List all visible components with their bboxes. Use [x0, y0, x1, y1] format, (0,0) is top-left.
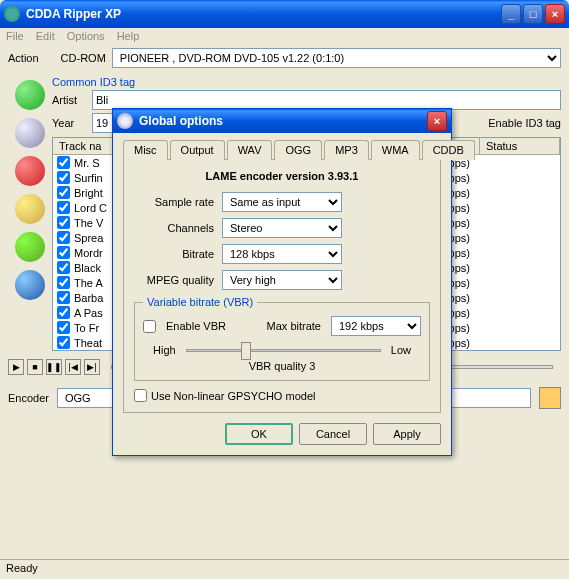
track-checkbox[interactable]	[57, 276, 70, 289]
bitrate-select[interactable]: 128 kbps	[222, 244, 342, 264]
app-icon	[4, 6, 20, 22]
menu-edit[interactable]: Edit	[36, 30, 55, 42]
menubar: File Edit Options Help	[0, 28, 569, 44]
track-checkbox[interactable]	[57, 336, 70, 349]
apply-button[interactable]: Apply	[373, 423, 441, 445]
year-label: Year	[52, 117, 86, 129]
vbr-legend: Variable bitrate (VBR)	[143, 296, 257, 308]
enable-vbr-label: Enable VBR	[166, 320, 226, 332]
statusbar: Ready	[0, 559, 569, 579]
prev-button[interactable]: |◀	[65, 359, 81, 375]
global-options-dialog: Global options × Misc Output WAV OGG MP3…	[112, 108, 452, 456]
globe-icon	[117, 113, 133, 129]
track-checkbox[interactable]	[57, 321, 70, 334]
mpeg-quality-label: MPEG quality	[134, 274, 214, 286]
max-bitrate-label: Max bitrate	[267, 320, 321, 332]
window-title: CDDA Ripper XP	[26, 7, 499, 21]
download-icon[interactable]	[15, 232, 45, 262]
artist-label: Artist	[52, 94, 86, 106]
track-checkbox[interactable]	[57, 261, 70, 274]
menu-help[interactable]: Help	[117, 30, 140, 42]
play-button[interactable]: ▶	[8, 359, 24, 375]
track-checkbox[interactable]	[57, 216, 70, 229]
tab-ogg[interactable]: OGG	[274, 140, 322, 160]
col-status[interactable]: Status	[480, 138, 560, 154]
action-label: Action	[8, 52, 39, 64]
track-checkbox[interactable]	[57, 231, 70, 244]
encoder-header: LAME encoder version 3.93.1	[134, 170, 430, 182]
dialog-close-button[interactable]: ×	[427, 111, 447, 131]
minimize-button[interactable]: _	[501, 4, 521, 24]
vbr-high-label: High	[153, 344, 176, 356]
next-button[interactable]: ▶|	[84, 359, 100, 375]
sample-rate-select[interactable]: Same as input	[222, 192, 342, 212]
track-checkbox[interactable]	[57, 306, 70, 319]
browse-folder-button[interactable]	[539, 387, 561, 409]
tab-misc[interactable]: Misc	[123, 140, 168, 160]
status-text: Ready	[6, 562, 38, 574]
enable-id3-label: Enable ID3 tag	[488, 117, 561, 129]
gpsycho-checkbox[interactable]	[134, 389, 147, 402]
id3-section-label: Common ID3 tag	[52, 76, 561, 88]
track-checkbox[interactable]	[57, 201, 70, 214]
close-button[interactable]: ×	[545, 4, 565, 24]
vbr-quality-slider[interactable]	[186, 349, 381, 352]
track-checkbox[interactable]	[57, 186, 70, 199]
mpeg-quality-select[interactable]: Very high	[222, 270, 342, 290]
sample-rate-label: Sample rate	[134, 196, 214, 208]
cdrom-label: CD-ROM	[61, 52, 106, 64]
vbr-fieldset: Variable bitrate (VBR) Enable VBR Max bi…	[134, 296, 430, 381]
ok-button[interactable]: OK	[225, 423, 293, 445]
tab-output[interactable]: Output	[170, 140, 225, 160]
track-checkbox[interactable]	[57, 156, 70, 169]
pause-button[interactable]: ❚❚	[46, 359, 62, 375]
encoder-label: Encoder	[8, 392, 49, 404]
edit-icon[interactable]	[15, 194, 45, 224]
track-checkbox[interactable]	[57, 291, 70, 304]
vbr-quality-value: VBR quality 3	[143, 360, 421, 372]
stop-icon[interactable]	[15, 156, 45, 186]
main-titlebar: CDDA Ripper XP _ □ ×	[0, 0, 569, 28]
gpsycho-label: Use Non-linear GPSYCHO model	[151, 390, 315, 402]
dialog-tabs: Misc Output WAV OGG MP3 WMA CDDB	[123, 139, 441, 160]
track-checkbox[interactable]	[57, 246, 70, 259]
cdrom-select[interactable]: PIONEER , DVD-ROM DVD-105 v1.22 (0:1:0)	[112, 48, 561, 68]
tab-wav[interactable]: WAV	[227, 140, 273, 160]
sidebar	[8, 72, 52, 351]
menu-file[interactable]: File	[6, 30, 24, 42]
settings-icon[interactable]	[15, 270, 45, 300]
channels-select[interactable]: Stereo	[222, 218, 342, 238]
tab-mp3[interactable]: MP3	[324, 140, 369, 160]
stop-button[interactable]: ■	[27, 359, 43, 375]
enable-vbr-checkbox[interactable]	[143, 320, 156, 333]
toolbar: Action CD-ROM PIONEER , DVD-ROM DVD-105 …	[0, 44, 569, 72]
menu-options[interactable]: Options	[67, 30, 105, 42]
bitrate-label: Bitrate	[134, 248, 214, 260]
maximize-button[interactable]: □	[523, 4, 543, 24]
vbr-low-label: Low	[391, 344, 411, 356]
cancel-button[interactable]: Cancel	[299, 423, 367, 445]
channels-label: Channels	[134, 222, 214, 234]
tab-wma[interactable]: WMA	[371, 140, 420, 160]
disc-icon[interactable]	[15, 118, 45, 148]
refresh-icon[interactable]	[15, 80, 45, 110]
tab-cddb[interactable]: CDDB	[422, 140, 475, 160]
artist-input[interactable]	[92, 90, 561, 110]
track-checkbox[interactable]	[57, 171, 70, 184]
dialog-title: Global options	[139, 114, 425, 128]
max-bitrate-select[interactable]: 192 kbps	[331, 316, 421, 336]
